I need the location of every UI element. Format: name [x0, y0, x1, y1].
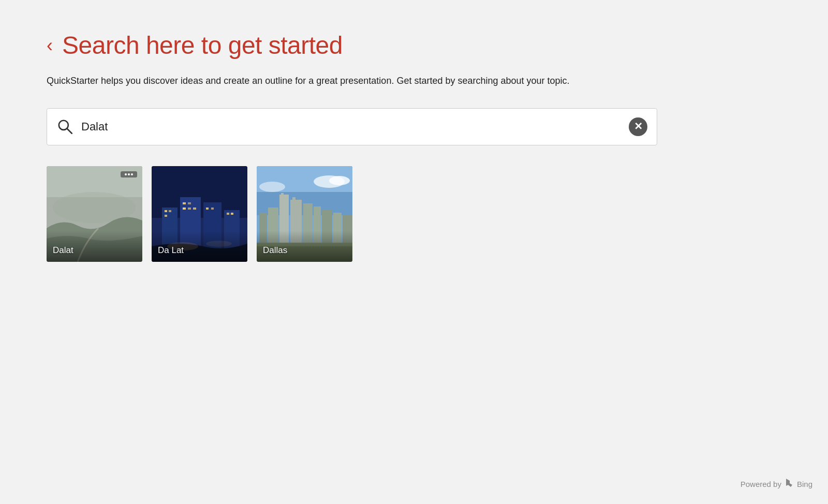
card-label-dallas: Dallas: [263, 245, 287, 256]
result-card-dalat[interactable]: Dalat: [47, 166, 142, 262]
dot2: [128, 173, 130, 175]
page-title: Search here to get started: [62, 31, 343, 60]
powered-by-text: Powered by: [741, 480, 781, 488]
svg-rect-16: [183, 207, 186, 210]
svg-line-1: [67, 129, 72, 134]
clear-icon: ✕: [634, 121, 643, 131]
dot3: [131, 173, 133, 175]
svg-point-29: [329, 176, 350, 185]
svg-rect-18: [193, 207, 196, 210]
card-more-button-dalat[interactable]: [121, 171, 137, 177]
svg-rect-21: [227, 213, 229, 215]
dot1: [125, 173, 127, 175]
search-box: ✕: [47, 108, 657, 145]
clear-button[interactable]: ✕: [629, 117, 647, 136]
card-label-dalat: Dalat: [53, 245, 73, 256]
powered-by-footer: Powered by Bing: [741, 478, 812, 490]
card-label-da-lat: Da Lat: [158, 245, 184, 256]
svg-rect-14: [183, 202, 186, 204]
search-icon: [56, 118, 74, 136]
svg-rect-12: [169, 210, 171, 212]
results-list: Dalat: [47, 166, 781, 262]
result-card-da-lat[interactable]: Da Lat: [152, 166, 247, 262]
svg-point-30: [259, 182, 285, 192]
search-input[interactable]: [81, 120, 629, 134]
bing-logo-icon: [785, 478, 794, 490]
back-button[interactable]: ‹: [47, 36, 53, 55]
result-card-dallas[interactable]: Dallas: [257, 166, 352, 262]
svg-rect-15: [188, 202, 191, 204]
svg-rect-13: [165, 215, 167, 217]
description-text: QuickStarter helps you discover ideas an…: [47, 74, 657, 88]
svg-rect-34: [281, 193, 284, 196]
svg-rect-36: [292, 197, 295, 201]
svg-rect-20: [211, 207, 214, 210]
svg-rect-19: [206, 207, 209, 210]
svg-rect-11: [165, 210, 167, 212]
svg-rect-17: [188, 207, 191, 210]
svg-rect-22: [231, 213, 233, 215]
bing-text: Bing: [797, 480, 812, 488]
